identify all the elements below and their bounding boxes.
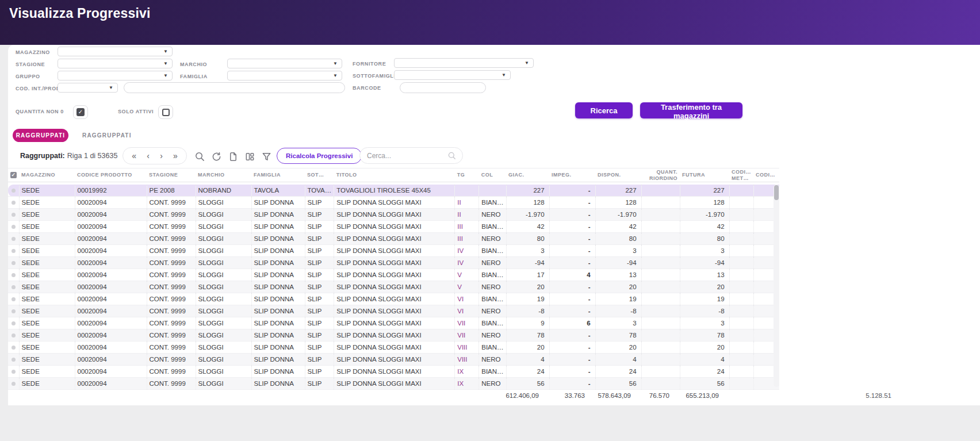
sottofamiglia-select[interactable]: ▼ (394, 70, 511, 80)
table-cell (641, 305, 680, 317)
search-icon[interactable] (194, 151, 205, 162)
filter-funnel-icon[interactable] (261, 151, 272, 162)
table-row[interactable]: SEDE00020094CONT. 9999SLOGGISLIP DONNASL… (8, 209, 779, 221)
table-cell: SLIP DONNA SLOGGI MAXI (334, 354, 455, 366)
table-cell: TOVAGLIOLI TIROLESE 45X45 (334, 185, 455, 197)
table-cell: 3 (506, 245, 549, 257)
row-select-dot-icon[interactable] (12, 333, 16, 338)
column-header[interactable]: COL (479, 168, 506, 182)
table-row[interactable]: SEDE00019992PE 2008NOBRANDTAVOLATOVA…TOV… (8, 185, 779, 197)
row-select-dot-icon[interactable] (12, 382, 16, 386)
next-page-button[interactable]: › (159, 152, 164, 160)
column-header[interactable]: DISPON. (595, 168, 641, 182)
ricerca-button[interactable]: Ricerca (575, 102, 633, 118)
table-row[interactable]: SEDE00020094CONT. 9999SLOGGISLIP DONNASL… (8, 293, 779, 305)
table-row[interactable]: SEDE00020094CONT. 9999SLOGGISLIP DONNASL… (8, 197, 779, 209)
first-page-button[interactable]: « (131, 152, 137, 160)
table-cell: SLIP (305, 197, 334, 209)
column-header[interactable]: MAGAZZINO (19, 168, 75, 182)
trasferimento-button[interactable]: Trasferimento tra magazzini (640, 102, 742, 118)
table-row[interactable]: SEDE00020094CONT. 9999SLOGGISLIP DONNASL… (8, 342, 779, 354)
row-select-dot-icon[interactable] (12, 358, 16, 362)
last-page-button[interactable]: » (172, 152, 179, 160)
chevron-down-icon: ▼ (525, 61, 529, 66)
row-select-dot-icon[interactable] (12, 370, 16, 374)
page-title: Visualizza Progressivi (9, 6, 151, 21)
layout-columns-icon[interactable] (244, 151, 255, 162)
table-cell: SLIP DONNA (251, 209, 305, 221)
table-row[interactable]: SEDE00020094CONT. 9999SLOGGISLIP DONNASL… (8, 378, 779, 390)
cod-int-prod-select[interactable]: ▼ (58, 83, 118, 93)
table-row[interactable]: SEDE00020094CONT. 9999SLOGGISLIP DONNASL… (8, 269, 779, 281)
table-row[interactable]: SEDE00020094CONT. 9999SLOGGISLIP DONNASL… (8, 281, 779, 293)
column-header[interactable]: TITOLO (334, 168, 455, 182)
table-row[interactable]: SEDE00020094CONT. 9999SLOGGISLIP DONNASL… (8, 329, 779, 342)
ricalcola-progressivi-button[interactable]: Ricalcola Progressivi (277, 148, 362, 164)
table-row[interactable]: SEDE00020094CONT. 9999SLOGGISLIP DONNASL… (8, 366, 779, 378)
row-select-dot-icon[interactable] (12, 297, 16, 301)
famiglia-select[interactable]: ▼ (227, 71, 342, 80)
column-header[interactable]: FAMIGLIA (251, 168, 305, 182)
table-cell (641, 233, 680, 245)
table-cell: 128 (680, 197, 729, 209)
cod-int-prod-input[interactable] (124, 82, 345, 93)
table-row[interactable]: SEDE00020094CONT. 9999SLOGGISLIP DONNASL… (8, 221, 779, 233)
refresh-icon[interactable] (210, 151, 222, 162)
table-cell: 128 (595, 197, 641, 209)
column-header[interactable]: FUTURA (680, 168, 729, 182)
table-cell: 128 (506, 197, 549, 209)
table-row[interactable]: SEDE00020094CONT. 9999SLOGGISLIP DONNASL… (8, 317, 779, 329)
barcode-input[interactable] (400, 82, 486, 93)
previous-page-button[interactable]: ‹ (146, 152, 151, 160)
row-select-dot-icon[interactable] (12, 213, 16, 217)
export-page-icon[interactable] (227, 151, 239, 162)
row-select-dot-icon[interactable] (12, 346, 16, 350)
select-all-checkbox[interactable]: ✓ (10, 172, 17, 178)
row-info-value: Riga 1 di 53635 (67, 152, 118, 160)
vertical-scrollbar[interactable] (774, 185, 779, 387)
row-select-dot-icon[interactable] (12, 321, 16, 325)
table-row[interactable]: SEDE00020094CONT. 9999SLOGGISLIP DONNASL… (8, 245, 779, 257)
gruppo-select[interactable]: ▼ (58, 71, 173, 80)
row-select-dot-icon[interactable] (12, 237, 16, 241)
table-cell: SLOGGI (196, 342, 251, 354)
table-cell (729, 245, 753, 257)
table-cell: 00020094 (75, 269, 147, 281)
quantita-non-0-checkbox[interactable]: ✓ (73, 105, 88, 119)
tab-raggruppati-active[interactable]: RAGGRUPPATI (13, 129, 68, 142)
fornitore-select[interactable]: ▼ (394, 58, 534, 68)
row-select-dot-icon[interactable] (12, 309, 16, 313)
column-header[interactable]: CODI… MET… (729, 168, 753, 182)
row-select-dot-icon[interactable] (12, 225, 16, 229)
table-row[interactable]: SEDE00020094CONT. 9999SLOGGISLIP DONNASL… (8, 257, 779, 269)
table-cell: SEDE (19, 221, 75, 233)
table-search-input[interactable] (366, 151, 447, 160)
row-select-dot-icon[interactable] (12, 285, 16, 289)
row-select-dot-icon[interactable] (12, 273, 16, 277)
tab-raggruppati-inactive[interactable]: RAGGRUPPATI (82, 132, 132, 139)
table-cell: NERO (479, 378, 506, 390)
column-header[interactable]: STAGIONE (147, 168, 196, 182)
table-row[interactable]: SEDE00020094CONT. 9999SLOGGISLIP DONNASL… (8, 354, 779, 366)
scrollbar-thumb[interactable] (774, 185, 779, 200)
column-header[interactable]: MARCHIO (196, 168, 251, 182)
magazzino-select[interactable]: ▼ (58, 47, 173, 56)
table-row[interactable]: SEDE00020094CONT. 9999SLOGGISLIP DONNASL… (8, 233, 779, 245)
row-select-dot-icon[interactable] (12, 201, 16, 205)
column-header[interactable]: CODI… (753, 168, 779, 182)
row-select-dot-icon[interactable] (12, 249, 16, 253)
stagione-select[interactable]: ▼ (58, 59, 173, 68)
marchio-select[interactable]: ▼ (227, 59, 342, 68)
column-header[interactable]: CODICE PRODOTTO (75, 168, 147, 182)
column-header[interactable]: IMPEG. (549, 168, 595, 182)
column-header[interactable]: TG (455, 168, 479, 182)
table-cell: PE 2008 (147, 185, 196, 197)
solo-attivi-checkbox[interactable] (158, 105, 173, 119)
row-select-dot-icon[interactable] (12, 189, 16, 193)
column-header[interactable]: QUANT. RIORDINO (641, 168, 680, 182)
row-select-dot-icon[interactable] (12, 261, 16, 265)
column-header[interactable]: SOT… (305, 168, 334, 182)
total-empty-cell (449, 389, 473, 402)
table-row[interactable]: SEDE00020094CONT. 9999SLOGGISLIP DONNASL… (8, 305, 779, 317)
column-header[interactable]: GIAC. (506, 168, 549, 182)
